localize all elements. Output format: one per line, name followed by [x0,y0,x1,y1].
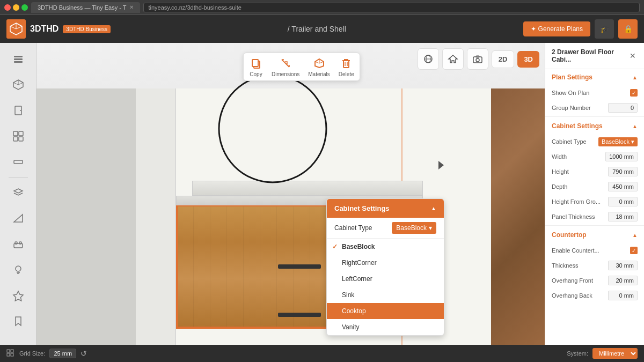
window-controls[interactable] [4,4,28,11]
sidebar-tool-bulb[interactable] [6,258,30,282]
dimensions-label: Dimensions [272,71,299,77]
materials-label: Materials [308,71,330,77]
cabinet-type-select-button[interactable]: BaseBlock ▾ [392,222,436,234]
panel-title: 2 Drawer Bowl Floor Cabi... [552,48,628,63]
graduation-icon-btn[interactable]: 🎓 [595,19,614,39]
overhang-front-value[interactable]: 20 mm [608,276,638,285]
svg-marker-19 [14,215,23,222]
height-value[interactable]: 790 mm [608,167,638,176]
cabinet-type-setting-value[interactable]: BaseBlock ▾ [598,137,638,146]
plan-settings-section-header[interactable]: Plan Settings ▲ [545,69,644,85]
show-on-plan-toggle[interactable]: ✓ [630,89,638,97]
cabinet-type-setting-chevron: ▾ [631,138,634,145]
grid-size-label: Grid Size: [19,350,45,357]
delete-icon [339,56,353,70]
cube-icon [12,79,24,91]
dropdown-option-rightcorner[interactable]: RightCorner [327,255,444,271]
enable-countertop-toggle[interactable]: ✓ [630,247,638,254]
dropdown-option-sink[interactable]: Sink [327,287,444,303]
sidebar-tool-ramp[interactable] [6,206,30,230]
svg-rect-13 [13,131,18,136]
svg-line-37 [315,62,319,63]
ramp-icon [12,212,24,224]
system-select[interactable]: Millimetre Imperial [592,348,638,359]
sidebar-tool-shapes[interactable] [6,284,30,307]
sidebar-tool-bookmark[interactable] [6,309,30,333]
dimensions-tool[interactable]: Dimensions [272,56,299,77]
wall-left [36,88,138,345]
svg-rect-22 [19,242,21,244]
floating-toolbar: Copy Dimensions [243,53,360,81]
panel-thickness-value[interactable]: 18 mm [608,212,638,221]
overhang-back-row: Overhang Back 0 mm [545,288,644,303]
height-row: Height 790 mm [545,164,644,179]
sidebar-tool-door[interactable] [6,99,30,122]
materials-tool[interactable]: Materials [308,56,330,77]
3d-viewport[interactable]: Copy Dimensions [36,43,545,345]
svg-line-9 [18,83,23,85]
door-icon [12,105,24,116]
dropdown-option-leftcorner[interactable]: LeftCorner [327,271,444,287]
copy-tool[interactable]: Copy [249,56,263,77]
minimize-button[interactable] [13,4,19,11]
depth-value[interactable]: 450 mm [608,182,638,191]
bottom-bar: Grid Size: ↺ System: Millimetre Imperial [0,345,644,362]
svg-line-10 [13,83,18,85]
height-from-ground-value[interactable]: 0 mm [608,197,638,206]
delete-svg [340,57,352,69]
plan-settings-title: Plan Settings [552,73,592,81]
dropdown-option-cooktop[interactable]: Cooktop [327,303,444,319]
grid-reset-button[interactable]: ↺ [80,349,87,358]
svg-rect-5 [14,58,23,60]
svg-marker-27 [16,317,21,326]
delete-tool[interactable]: Delete [339,56,354,77]
camera-view-btn[interactable] [467,48,488,70]
svg-rect-15 [13,137,18,141]
sidebar-tool-grid[interactable] [6,124,30,148]
dropdown-option-baseblock[interactable]: BaseBlock [327,239,444,255]
view-3d-button[interactable]: 3D [517,51,539,68]
address-bar[interactable]: tinyeasy.co.nz/3dthd-business-suite [143,3,640,12]
copy-svg [250,57,262,69]
dropdown-option-vanity[interactable]: Vanity [327,319,444,335]
tab-close-icon[interactable]: ✕ [129,4,134,10]
view-2d-button[interactable]: 2D [492,50,515,68]
logo-badge: 3DTHD Business [63,25,111,33]
grid-size-input[interactable] [49,349,76,358]
wall-element-left [136,88,176,345]
close-button[interactable] [4,4,11,11]
svg-rect-49 [11,350,13,352]
circle-drawing [214,70,332,188]
top-navigation: 3DTHD 3DTHD Business / Trailer and Shell… [0,15,644,43]
lock-icon-btn[interactable]: 🔒 [618,19,638,39]
group-number-value[interactable]: 0 [608,103,638,113]
overhang-back-value[interactable]: 0 mm [608,291,638,300]
home-view-btn[interactable] [442,48,464,70]
sidebar-tool-panel[interactable] [6,150,30,174]
orbit-view-btn[interactable] [418,48,439,70]
app-container: 3DTHD 3DTHD Business / Trailer and Shell… [0,15,644,362]
cabinet-type-row: Cabinet Type BaseBlock ▾ [327,218,444,238]
left-sidebar [0,43,36,345]
panel-close-button[interactable]: ✕ [628,50,638,61]
dimensions-svg [280,57,291,69]
wall-wood-right [491,88,545,345]
width-value[interactable]: 1000 mm [605,152,638,161]
sidebar-tool-layers[interactable] [6,47,30,71]
logo-svg [9,21,24,36]
enable-countertop-label: Enable Countert... [552,247,599,254]
dropdown-header-arrow: ▲ [431,205,436,211]
browser-tab[interactable]: 3DTHD Business — Tiny Easy - T ✕ [31,2,140,13]
countertop-section-header[interactable]: Countertop ▲ [545,227,644,243]
countertop-thickness-value[interactable]: 30 mm [608,261,638,270]
svg-line-31 [282,60,289,67]
generate-plans-button[interactable]: ✦ Generate Plans [523,21,590,36]
sidebar-tool-sofa[interactable] [6,232,30,256]
cabinet-dropdown-header[interactable]: Cabinet Settings ▲ [327,199,444,218]
cabinet-settings-section-header[interactable]: Cabinet Settings ▲ [545,118,644,134]
maximize-button[interactable] [21,4,28,11]
sidebar-tool-stack[interactable] [6,181,30,204]
sidebar-tool-cube[interactable] [6,73,30,97]
cabinet-type-setting-text: BaseBlock [602,138,630,145]
svg-marker-44 [449,55,457,63]
